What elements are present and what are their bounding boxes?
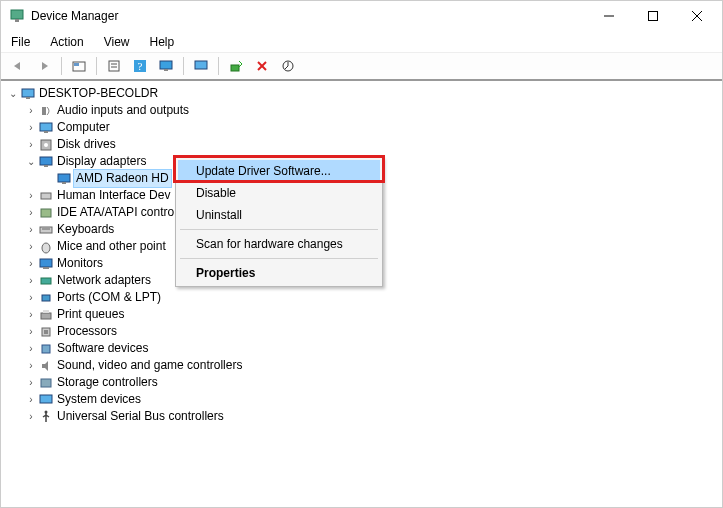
context-menu-item[interactable]: Disable [178, 182, 380, 204]
tree-node-label: Audio inputs and outputs [57, 102, 189, 119]
computer-icon [38, 120, 54, 136]
expand-icon[interactable]: › [25, 187, 37, 204]
tree-node-label: Processors [57, 323, 117, 340]
expand-icon[interactable]: › [25, 119, 37, 136]
network-icon [38, 273, 54, 289]
context-menu-item[interactable]: Scan for hardware changes [178, 233, 380, 255]
context-menu: Update Driver Software...DisableUninstal… [175, 157, 383, 287]
expand-icon[interactable]: › [25, 323, 37, 340]
tree-root[interactable]: ⌄ DESKTOP-BECOLDR [7, 85, 716, 102]
tree-node[interactable]: ›Processors [7, 323, 716, 340]
tree-node-label: Keyboards [57, 221, 114, 238]
tree-root-label: DESKTOP-BECOLDR [39, 85, 158, 102]
context-menu-item[interactable]: Uninstall [178, 204, 380, 226]
expand-icon[interactable]: › [25, 357, 37, 374]
tree-node-label: System devices [57, 391, 141, 408]
window-buttons [596, 6, 710, 26]
tree-node[interactable]: ›Universal Serial Bus controllers [7, 408, 716, 425]
port-icon [38, 290, 54, 306]
expand-icon[interactable]: › [25, 391, 37, 408]
maximize-button[interactable] [640, 6, 666, 26]
app-icon [9, 8, 25, 24]
svg-rect-1 [15, 19, 19, 22]
system-icon [38, 392, 54, 408]
menu-view[interactable]: View [100, 33, 134, 51]
expand-icon[interactable]: › [25, 255, 37, 272]
tree-node-label: Computer [57, 119, 110, 136]
toolbar: ? [1, 53, 722, 81]
tree-node-label: Human Interface Dev [57, 187, 170, 204]
tree-node-label: Storage controllers [57, 374, 158, 391]
expand-icon[interactable]: › [25, 306, 37, 323]
display-icon [38, 154, 54, 170]
tree-node[interactable]: ›Disk drives [7, 136, 716, 153]
menu-help[interactable]: Help [146, 33, 179, 51]
expand-icon[interactable]: › [25, 238, 37, 255]
collapse-icon[interactable]: ⌄ [7, 85, 19, 102]
tree-node[interactable]: ›Audio inputs and outputs [7, 102, 716, 119]
keyboard-icon [38, 222, 54, 238]
svg-rect-38 [41, 278, 51, 284]
expand-icon[interactable]: › [25, 204, 37, 221]
back-icon[interactable] [7, 55, 29, 77]
menu-action[interactable]: Action [46, 33, 87, 51]
svg-rect-43 [44, 330, 48, 334]
remove-icon[interactable] [251, 55, 273, 77]
svg-rect-22 [42, 107, 46, 115]
expand-icon[interactable]: › [25, 102, 37, 119]
update-icon[interactable] [277, 55, 299, 77]
display-icon [56, 171, 72, 187]
printer-icon [38, 307, 54, 323]
svg-rect-16 [231, 65, 239, 71]
tree-node-label: Software devices [57, 340, 148, 357]
expand-icon[interactable]: › [25, 340, 37, 357]
toolbar-separator [61, 57, 62, 75]
expand-icon[interactable]: › [25, 408, 37, 425]
scan-hardware-icon[interactable] [190, 55, 212, 77]
close-button[interactable] [684, 6, 710, 26]
toolbar-separator [96, 57, 97, 75]
properties-icon[interactable] [103, 55, 125, 77]
add-device-icon[interactable] [225, 55, 247, 77]
menu-file[interactable]: File [7, 33, 34, 51]
svg-rect-27 [40, 157, 52, 165]
tree-node[interactable]: ›Software devices [7, 340, 716, 357]
audio-icon [38, 103, 54, 119]
minimize-button[interactable] [596, 6, 622, 26]
svg-rect-44 [42, 345, 50, 353]
tree-node[interactable]: ›Storage controllers [7, 374, 716, 391]
toolbar-separator [183, 57, 184, 75]
expand-icon[interactable]: › [25, 136, 37, 153]
tree-node-label: Display adapters [57, 153, 146, 170]
svg-rect-46 [40, 395, 52, 403]
svg-rect-36 [40, 259, 52, 267]
toolbar-separator [218, 57, 219, 75]
show-hidden-icon[interactable] [68, 55, 90, 77]
collapse-icon[interactable]: ⌄ [25, 153, 37, 170]
computer-icon[interactable] [155, 55, 177, 77]
help-icon[interactable]: ? [129, 55, 151, 77]
expand-icon[interactable]: › [25, 289, 37, 306]
svg-rect-31 [41, 193, 51, 199]
expand-icon[interactable]: › [25, 374, 37, 391]
svg-rect-29 [58, 174, 70, 182]
tree-node-label: Network adapters [57, 272, 151, 289]
cpu-icon [38, 324, 54, 340]
svg-point-26 [44, 143, 48, 147]
tree-node[interactable]: ›Sound, video and game controllers [7, 357, 716, 374]
tree-node[interactable]: ›Computer [7, 119, 716, 136]
device-tree[interactable]: ⌄ DESKTOP-BECOLDR ›Audio inputs and outp… [1, 81, 722, 505]
tree-node[interactable]: ›System devices [7, 391, 716, 408]
svg-rect-3 [649, 12, 658, 21]
tree-node-label: AMD Radeon HD [73, 169, 172, 188]
expand-icon[interactable]: › [25, 272, 37, 289]
title-bar: Device Manager [1, 1, 722, 31]
context-menu-item[interactable]: Properties [178, 262, 380, 284]
tree-node[interactable]: ›Print queues [7, 306, 716, 323]
tree-node[interactable]: ›Ports (COM & LPT) [7, 289, 716, 306]
context-menu-item[interactable]: Update Driver Software... [178, 160, 380, 182]
expand-icon[interactable]: › [25, 221, 37, 238]
forward-icon[interactable] [33, 55, 55, 77]
svg-rect-30 [62, 182, 66, 184]
tree-node-label: Disk drives [57, 136, 116, 153]
